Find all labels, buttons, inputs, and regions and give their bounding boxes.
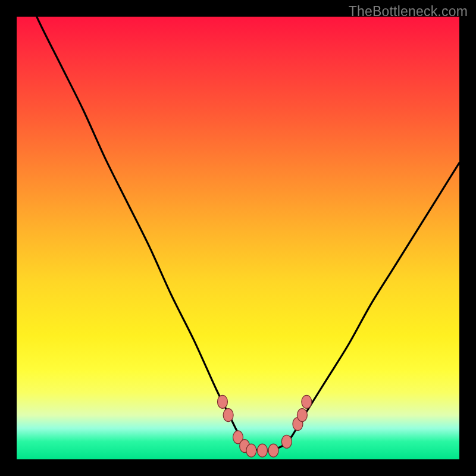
watermark-text: TheBottleneck.com [349,4,468,20]
curve-marker [281,435,292,448]
bottleneck-curve [17,17,459,459]
curve-marker [297,409,307,422]
curve-marker [246,444,256,457]
chart-frame: TheBottleneck.com [0,0,476,476]
curve-marker [302,395,312,408]
curve-line [17,17,459,451]
plot-area [17,17,459,459]
curve-markers [217,395,311,457]
curve-marker [223,409,233,422]
curve-marker [257,444,267,457]
curve-marker [268,444,278,457]
curve-marker [217,395,227,408]
